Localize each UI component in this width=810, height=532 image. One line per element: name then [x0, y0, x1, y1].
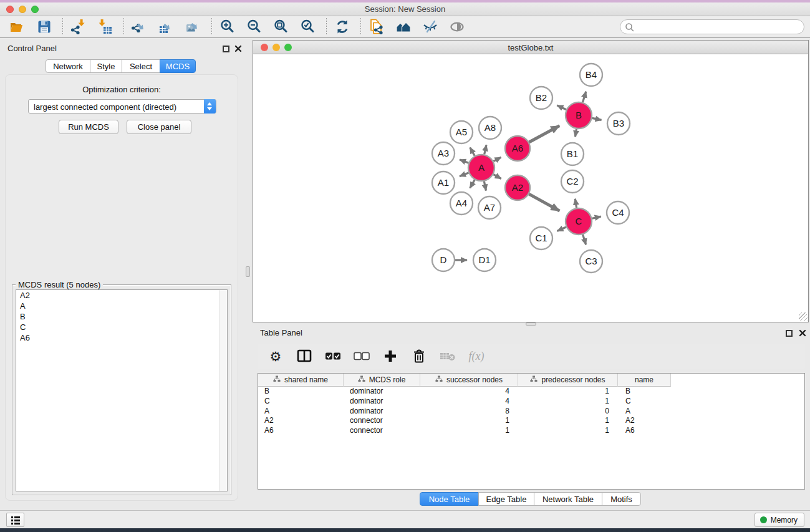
- table-cell[interactable]: C: [258, 397, 344, 407]
- edge-A-A1[interactable]: [460, 173, 468, 177]
- select-all-icon[interactable]: [324, 347, 342, 365]
- search-field[interactable]: [620, 19, 804, 34]
- result-list-item[interactable]: A: [16, 301, 227, 311]
- table-cell[interactable]: 8: [420, 407, 518, 417]
- result-list-item[interactable]: A2: [16, 290, 227, 301]
- graph-node-A1[interactable]: A1: [432, 172, 455, 194]
- tab-mcds[interactable]: MCDS: [160, 59, 196, 73]
- deselect-all-icon[interactable]: [352, 347, 371, 365]
- edge-A-A3[interactable]: [460, 160, 468, 163]
- edge-A-A7[interactable]: [484, 181, 486, 191]
- gear-icon[interactable]: ⚙: [266, 347, 285, 365]
- edge-A2-C[interactable]: [529, 194, 559, 211]
- graph-node-A6[interactable]: A6: [505, 136, 530, 161]
- task-history-button[interactable]: [6, 513, 24, 527]
- column-header-shared-name[interactable]: shared name: [258, 374, 344, 387]
- graph-node-A2[interactable]: A2: [505, 175, 530, 200]
- edge-A-A4[interactable]: [470, 180, 475, 188]
- tab-style[interactable]: Style: [90, 59, 122, 73]
- table-cell[interactable]: A: [258, 407, 344, 417]
- delete-row-icon[interactable]: [410, 347, 428, 365]
- tab-node-table[interactable]: Node Table: [420, 492, 479, 506]
- graph-node-B4[interactable]: B4: [580, 64, 602, 86]
- table-cell[interactable]: A2: [258, 416, 344, 426]
- table-panel-float-icon[interactable]: [786, 330, 793, 337]
- column-header-predecessor-nodes[interactable]: predecessor nodes: [518, 374, 618, 387]
- add-row-icon[interactable]: [381, 347, 400, 365]
- graph-node-A5[interactable]: A5: [450, 121, 473, 143]
- result-scrollbar[interactable]: [219, 290, 227, 491]
- close-panel-button[interactable]: Close panel: [127, 120, 191, 134]
- table-cell[interactable]: 4: [420, 387, 518, 397]
- edge-B-B3[interactable]: [592, 118, 602, 120]
- table-row[interactable]: A6connector11A6: [258, 426, 804, 436]
- control-panel-float-icon[interactable]: [223, 46, 229, 52]
- table-cell[interactable]: B: [618, 387, 671, 397]
- network-canvas[interactable]: B4B2BB3A5A8A6A3B1AA1C2A2A4A7CC4C1C3DD1: [253, 54, 808, 322]
- hide-selected-icon[interactable]: [420, 17, 440, 36]
- table-cell[interactable]: B: [258, 387, 344, 397]
- edge-A-A5[interactable]: [470, 147, 475, 155]
- edge-A6-B[interactable]: [529, 126, 559, 142]
- edge-B-B4[interactable]: [582, 92, 586, 102]
- export-table-icon[interactable]: [157, 17, 176, 36]
- import-table-icon[interactable]: [95, 17, 115, 36]
- graph-node-A[interactable]: A: [468, 155, 494, 181]
- duplicate-network-icon[interactable]: [367, 17, 387, 36]
- edge-C-C4[interactable]: [592, 216, 600, 218]
- optimization-criterion-dropdown[interactable]: largest connected component (directed): [28, 99, 216, 114]
- column-header-MCDS-role[interactable]: MCDS role: [344, 374, 420, 387]
- graph-node-A8[interactable]: A8: [479, 117, 501, 139]
- table-cell[interactable]: 1: [420, 426, 518, 436]
- edge-A-A6[interactable]: [493, 157, 501, 161]
- table-cell[interactable]: A2: [618, 416, 671, 426]
- table-row[interactable]: Adominator80A: [258, 407, 804, 417]
- search-input[interactable]: [637, 21, 799, 33]
- show-eye-icon[interactable]: [447, 17, 467, 36]
- graph-node-C3[interactable]: C3: [580, 250, 602, 273]
- import-network-icon[interactable]: [69, 17, 89, 36]
- graph-node-D[interactable]: D: [432, 249, 455, 271]
- edge-A-A8[interactable]: [485, 145, 486, 154]
- table-cell[interactable]: 4: [420, 397, 518, 407]
- column-header-successor-nodes[interactable]: successor nodes: [420, 374, 518, 387]
- graph-node-B1[interactable]: B1: [561, 143, 584, 165]
- table-row[interactable]: Cdominator41C: [258, 397, 804, 407]
- table-row[interactable]: A2connector11A2: [258, 416, 804, 426]
- tab-select[interactable]: Select: [122, 59, 160, 73]
- result-list-item[interactable]: B: [16, 311, 227, 322]
- table-cell[interactable]: 1: [518, 426, 618, 436]
- table-cell[interactable]: 1: [518, 387, 618, 397]
- result-list-item[interactable]: C: [16, 322, 227, 332]
- tab-network[interactable]: Network: [46, 59, 90, 73]
- graph-node-C2[interactable]: C2: [561, 170, 584, 193]
- table-cell[interactable]: dominator: [344, 387, 420, 397]
- edge-B-B1[interactable]: [575, 129, 576, 137]
- control-panel-close-icon[interactable]: [234, 45, 242, 52]
- edge-C-C1[interactable]: [557, 227, 566, 231]
- zoom-fit-icon[interactable]: [271, 17, 291, 36]
- home-icon[interactable]: [393, 17, 413, 36]
- graph-node-D1[interactable]: D1: [473, 249, 496, 271]
- graph-node-C[interactable]: C: [566, 208, 592, 235]
- zoom-out-icon[interactable]: [244, 17, 264, 36]
- graph-node-C1[interactable]: C1: [530, 227, 552, 249]
- export-image-icon[interactable]: [183, 17, 203, 36]
- window-resize-grip[interactable]: [799, 312, 808, 321]
- graph-node-B3[interactable]: B3: [607, 112, 630, 135]
- zoom-in-icon[interactable]: [218, 17, 238, 36]
- table-cell[interactable]: connector: [344, 426, 420, 436]
- table-cell[interactable]: dominator: [344, 397, 420, 407]
- export-network-icon[interactable]: [130, 17, 150, 36]
- graph-node-A3[interactable]: A3: [432, 142, 455, 165]
- refresh-icon[interactable]: [332, 17, 352, 36]
- tab-edge-table[interactable]: Edge Table: [478, 492, 534, 506]
- split-view-icon[interactable]: [295, 347, 314, 365]
- table-row[interactable]: Bdominator41B: [258, 387, 804, 397]
- column-header-name[interactable]: name: [618, 374, 671, 387]
- memory-button[interactable]: Memory: [755, 513, 804, 527]
- vertical-split-handle[interactable]: [246, 266, 250, 277]
- graph-node-B[interactable]: B: [566, 102, 592, 128]
- graph-node-A7[interactable]: A7: [478, 196, 501, 219]
- table-cell[interactable]: connector: [344, 416, 420, 426]
